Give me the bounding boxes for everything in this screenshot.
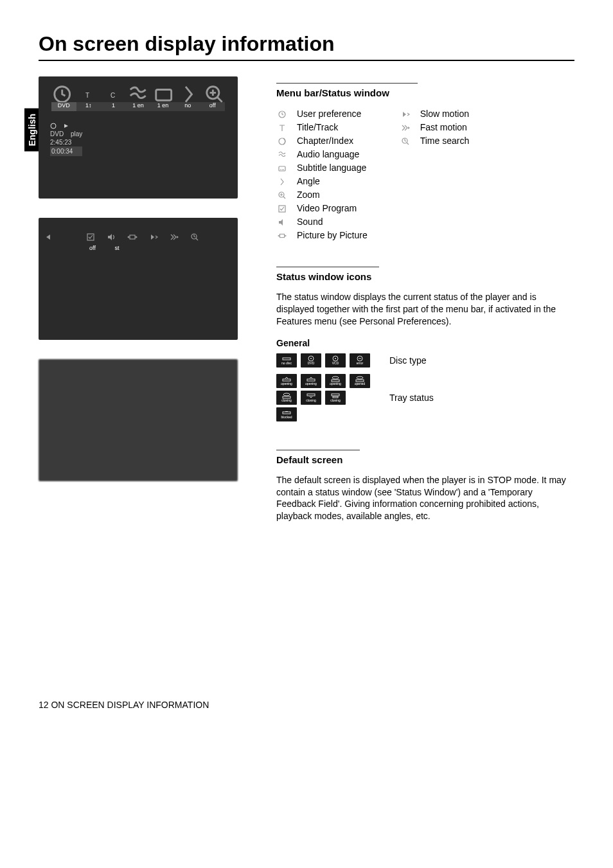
svg-rect-31 <box>283 412 290 414</box>
section-heading-menubar: Menu bar/Status window <box>276 83 418 98</box>
svg-rect-32 <box>285 411 288 412</box>
svg-rect-9 <box>279 166 285 171</box>
section-heading-default-screen: Default screen <box>276 450 360 465</box>
default-screen-para: The default screen is displayed when the… <box>276 474 574 523</box>
sound-icon <box>276 218 288 227</box>
menu-items-right: Slow motion Fast motion Time search <box>400 107 470 242</box>
menu-items-left: User preference Title/Track Chapter/Inde… <box>276 107 368 242</box>
screenshot-default-screen <box>39 359 238 481</box>
page-footer: 12 ON SCREEN DISPLAY INFORMATION <box>39 700 574 710</box>
section-heading-status-icons: Status window icons <box>276 267 379 282</box>
fast-motion-icon <box>400 123 411 132</box>
zoom-icon <box>276 191 288 200</box>
svg-rect-30 <box>333 396 338 398</box>
svg-rect-21 <box>307 379 315 381</box>
svg-rect-1 <box>155 90 171 101</box>
svg-point-22 <box>332 376 339 379</box>
tray-status-label: Tray status <box>389 393 434 403</box>
time-search-icon <box>400 137 411 146</box>
picture-by-picture-icon <box>276 231 288 240</box>
svg-rect-5 <box>130 235 135 239</box>
svg-point-16 <box>310 358 312 359</box>
slow-motion-icon <box>400 110 411 119</box>
language-tab: English <box>24 109 40 152</box>
subtitle-language-icon <box>276 164 288 173</box>
svg-rect-14 <box>283 358 290 360</box>
angle-icon <box>276 177 288 186</box>
svg-rect-29 <box>332 394 339 396</box>
screenshot-menubar: T C DVD 1↕ 1 1 en 1 en no off <box>39 76 238 199</box>
svg-point-18 <box>335 358 336 359</box>
disc-type-label: Disc type <box>389 355 427 366</box>
page-title: On screen display information <box>39 32 574 61</box>
general-subhead: General <box>276 338 574 348</box>
user-preference-icon <box>276 110 288 119</box>
svg-point-3 <box>51 123 56 128</box>
chapter-index-icon <box>276 137 288 146</box>
svg-rect-28 <box>307 394 315 396</box>
title-track-icon <box>276 123 288 132</box>
disc-type-icons: no disc DVD VCD error <box>276 353 370 368</box>
svg-point-26 <box>283 393 290 396</box>
svg-rect-20 <box>283 379 290 381</box>
status-icons-intro: The status window displays the current s… <box>276 291 574 328</box>
video-program-icon <box>276 204 288 213</box>
audio-language-icon <box>276 150 288 159</box>
screenshot-menubar-2: off st <box>39 218 238 340</box>
svg-point-24 <box>357 376 363 379</box>
svg-rect-12 <box>280 234 285 237</box>
tray-status-icons: opening opening opening opened closing c… <box>276 374 370 421</box>
